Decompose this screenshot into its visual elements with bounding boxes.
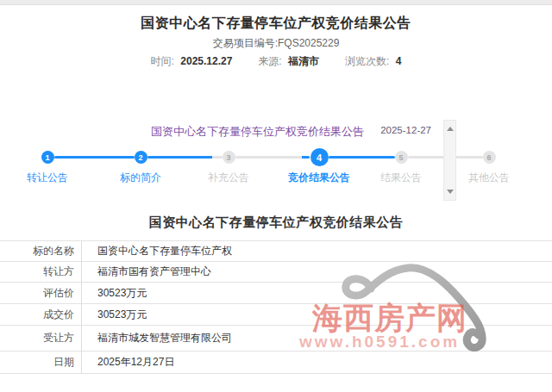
row-label: 评估价 [0,283,82,303]
row-value: 福清市国有资产管理中心 [82,262,552,282]
table-row: 评估价 30523万元 [0,283,552,304]
meta-row: 时间: 2025.12.27 来源: 福清市 浏览次数: 4 [0,54,552,69]
row-value: 30523万元 [82,304,552,325]
row-value: 国资中心名下存量停车位产权 [82,241,552,261]
time-label: 时间: [151,55,174,67]
meta-time: 时间: 2025.12.27 [151,54,233,69]
step-circle-1[interactable]: 1 [41,151,54,164]
step-tab-other-notice[interactable]: 其他公告 [468,171,510,185]
detail-table: 标的名称 国资中心名下存量停车位产权 转让方 福清市国有资产管理中心 评估价 3… [0,240,552,374]
row-value: 福清市城发智慧管理有限公司 [82,326,552,351]
source-value: 福清市 [288,55,319,67]
meta-source: 来源: 福清市 [258,54,319,69]
table-row: 标的名称 国资中心名下存量停车位产权 [0,241,552,262]
row-label: 标的名称 [0,241,82,261]
row-label: 转让方 [0,262,82,282]
announcement-link[interactable]: 国资中心名下存量停车位产权竞价结果公告 [151,124,364,140]
table-row: 成交价 30523万元 [0,304,552,326]
list-scrollbar[interactable] [443,120,456,201]
table-row: 受让方 福清市城发智慧管理有限公司 [0,326,552,352]
row-value: 30523万元 [82,283,552,303]
progress-stepper: 1 2 3 4 5 6 转让公告 标的简介 补充公告 竞价结果公告 结果公告 其… [0,73,552,112]
source-label: 来源: [258,55,281,67]
top-divider-bar [0,0,552,5]
row-label: 日期 [0,352,82,373]
detail-title: 国资中心名下存量停车位产权竞价结果公告 [0,215,552,231]
list-item: 国资中心名下存量停车位产权竞价结果公告 2025-12-27 [151,124,431,140]
row-value: 2025年12月27日 [82,352,552,373]
table-row: 转让方 福清市国有资产管理中心 [0,262,552,283]
time-value: 2025.12.27 [180,55,232,67]
step-tab-transfer-notice[interactable]: 转让公告 [27,171,68,185]
scroll-down-icon[interactable] [447,190,454,194]
announcement-date: 2025-12-27 [380,124,431,135]
stepper-connector [54,156,135,159]
table-row: 日期 2025年12月27日 [0,352,552,374]
step-circle-6[interactable]: 6 [483,151,496,164]
row-label: 受让方 [0,326,82,351]
row-label: 成交价 [0,304,82,325]
announcement-page: 国资中心名下存量停车位产权竞价结果公告 交易项目编号:FQS2025229 时间… [0,0,552,392]
meta-views: 浏览次数: 4 [345,54,401,69]
announcement-list: 国资中心名下存量停车位产权竞价结果公告 2025-12-27 [129,120,443,201]
views-label: 浏览次数: [345,55,389,67]
project-number: 交易项目编号:FQS2025229 [0,36,552,51]
views-value: 4 [396,55,402,67]
scroll-up-icon[interactable] [447,127,454,131]
page-title: 国资中心名下存量停车位产权竞价结果公告 [0,15,552,33]
